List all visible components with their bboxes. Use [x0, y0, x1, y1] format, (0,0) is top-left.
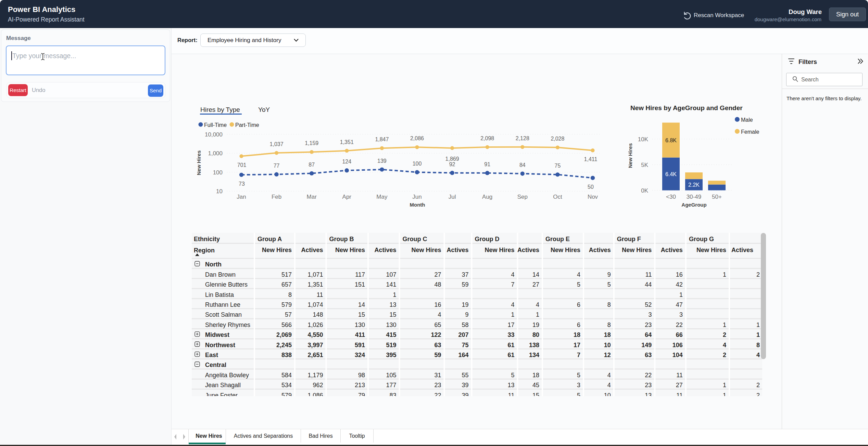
svg-text:79: 79 — [358, 392, 365, 399]
svg-text:134: 134 — [529, 352, 539, 358]
svg-text:New Hires: New Hires — [335, 247, 365, 253]
svg-text:10,000: 10,000 — [205, 131, 223, 138]
svg-text:Month: Month — [410, 202, 425, 208]
svg-text:6: 6 — [577, 301, 580, 308]
svg-text:1: 1 — [756, 322, 760, 328]
svg-text:207: 207 — [458, 331, 468, 338]
svg-text:65: 65 — [434, 322, 441, 328]
svg-text:39: 39 — [462, 392, 468, 399]
svg-text:10: 10 — [604, 342, 611, 349]
svg-text:East: East — [205, 352, 218, 358]
svg-text:There aren't any filters to di: There aren't any filters to display. — [787, 95, 861, 101]
svg-text:75: 75 — [462, 342, 468, 349]
svg-text:48: 48 — [434, 281, 441, 288]
svg-text:6.8K: 6.8K — [665, 137, 677, 143]
svg-text:1,026: 1,026 — [307, 322, 323, 328]
svg-text:55: 55 — [462, 372, 468, 379]
svg-text:New Hires: New Hires — [622, 247, 652, 253]
svg-text:4: 4 — [511, 271, 514, 278]
svg-text:1: 1 — [393, 291, 396, 298]
svg-text:11: 11 — [676, 392, 683, 399]
svg-text:1,074: 1,074 — [307, 301, 323, 308]
svg-text:66: 66 — [676, 331, 683, 338]
svg-text:130: 130 — [386, 322, 396, 328]
svg-text:22: 22 — [434, 392, 441, 399]
svg-text:31: 31 — [434, 372, 441, 379]
svg-text:1: 1 — [723, 271, 726, 278]
svg-text:52: 52 — [645, 301, 652, 308]
svg-text:1,086: 1,086 — [307, 392, 323, 399]
svg-text:8: 8 — [288, 291, 292, 298]
svg-text:16: 16 — [676, 271, 683, 278]
svg-text:4: 4 — [438, 311, 441, 318]
svg-text:YoY: YoY — [258, 106, 270, 113]
svg-text:2,128: 2,128 — [516, 135, 529, 141]
svg-text:98: 98 — [358, 372, 365, 379]
svg-text:17: 17 — [574, 342, 580, 349]
svg-text:New Hires: New Hires — [411, 247, 441, 253]
svg-text:2,098: 2,098 — [480, 135, 494, 141]
svg-text:1,869: 1,869 — [445, 156, 459, 162]
svg-text:77: 77 — [274, 163, 280, 169]
svg-text:105: 105 — [386, 372, 396, 379]
svg-text:4: 4 — [536, 301, 539, 308]
svg-text:92: 92 — [449, 161, 455, 167]
svg-text:1,847: 1,847 — [375, 136, 389, 142]
svg-text:106: 106 — [672, 342, 683, 349]
svg-text:13: 13 — [645, 392, 652, 399]
svg-text:141: 141 — [386, 281, 396, 288]
svg-text:151: 151 — [355, 281, 365, 288]
svg-text:11: 11 — [676, 372, 683, 379]
svg-text:Actives: Actives — [589, 247, 611, 253]
svg-text:Jan: Jan — [237, 194, 246, 200]
svg-text:130: 130 — [355, 322, 365, 328]
svg-text:Sep: Sep — [517, 194, 528, 200]
svg-text:10K: 10K — [638, 136, 649, 143]
svg-text:2: 2 — [756, 392, 760, 399]
svg-text:Group E: Group E — [545, 236, 570, 242]
svg-text:395: 395 — [386, 352, 396, 358]
svg-text:50: 50 — [588, 184, 594, 190]
svg-text:57: 57 — [285, 311, 292, 318]
svg-text:1,159: 1,159 — [305, 140, 318, 146]
svg-text:80: 80 — [532, 331, 539, 338]
svg-text:Full-Time: Full-Time — [204, 122, 227, 128]
svg-text:New Hires: New Hires — [196, 150, 202, 175]
svg-text:177: 177 — [386, 382, 396, 389]
svg-text:Group C: Group C — [403, 236, 427, 242]
svg-text:584: 584 — [281, 372, 292, 379]
svg-text:1: 1 — [723, 382, 726, 389]
svg-text:8: 8 — [607, 301, 611, 308]
svg-text:838: 838 — [281, 352, 292, 358]
svg-text:5: 5 — [607, 281, 611, 288]
svg-text:Group D: Group D — [475, 236, 500, 242]
svg-text:18: 18 — [532, 372, 539, 379]
svg-text:19: 19 — [462, 301, 468, 308]
svg-text:63: 63 — [434, 342, 441, 349]
svg-text:415: 415 — [386, 331, 396, 338]
svg-text:64: 64 — [645, 331, 652, 338]
svg-text:164: 164 — [458, 352, 468, 358]
svg-text:3,997: 3,997 — [307, 342, 323, 349]
svg-text:517: 517 — [281, 271, 292, 278]
svg-text:701: 701 — [237, 162, 247, 168]
svg-text:27: 27 — [676, 382, 683, 389]
svg-text:6.4K: 6.4K — [665, 171, 677, 177]
svg-text:5: 5 — [511, 372, 514, 379]
svg-text:23: 23 — [645, 322, 652, 328]
svg-text:Group B: Group B — [329, 236, 354, 242]
svg-text:Nov: Nov — [588, 194, 598, 200]
svg-text:1,179: 1,179 — [307, 372, 323, 379]
svg-text:Mar: Mar — [307, 194, 317, 200]
svg-text:534: 534 — [281, 382, 292, 389]
svg-text:11: 11 — [508, 392, 515, 399]
svg-text:139: 139 — [377, 158, 387, 164]
svg-text:1,351: 1,351 — [340, 139, 354, 145]
svg-text:7: 7 — [577, 352, 580, 358]
svg-text:Ruthann Lee: Ruthann Lee — [205, 301, 240, 308]
svg-text:15: 15 — [358, 311, 365, 318]
svg-text:519: 519 — [386, 342, 396, 349]
svg-text:Jul: Jul — [449, 194, 456, 200]
svg-text:87: 87 — [309, 162, 315, 168]
svg-text:New Hires: New Hires — [696, 247, 726, 253]
